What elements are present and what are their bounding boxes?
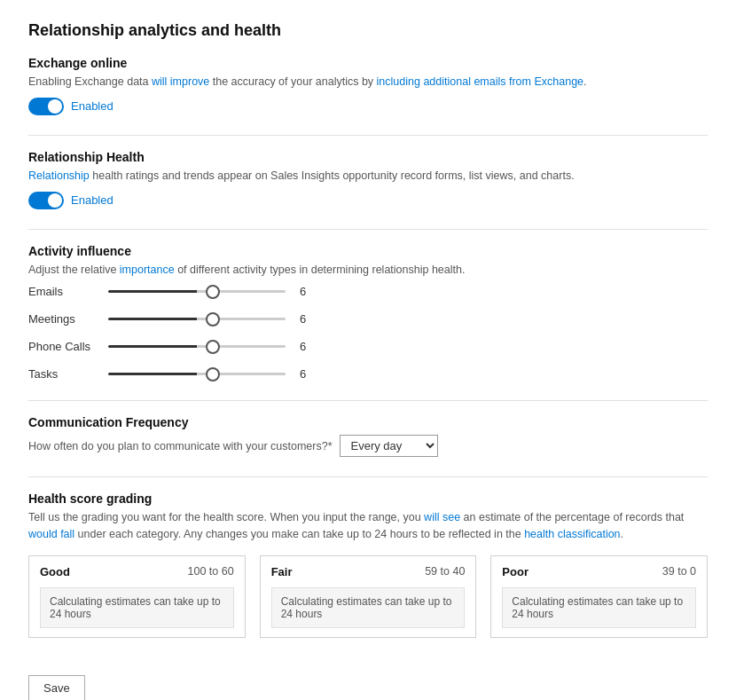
activity-influence-description: Adjust the relative importance of differ… [28, 262, 708, 279]
relationship-health-description: Relationship health ratings and trends a… [28, 168, 708, 185]
slider-label-phone-calls: Phone Calls [28, 340, 108, 353]
rh-desc-rest: health ratings and trends appear on Sale… [90, 169, 575, 182]
grade-card-fair: Fair 59 to 40 Calculating estimates can … [260, 555, 477, 638]
hsg-end: . [621, 528, 623, 540]
freq-row: How often do you plan to communicate wit… [28, 435, 708, 457]
hsg-desc-start: Tell us the grading you want for the hea… [28, 511, 424, 523]
desc-mid: the accuracy of your analytics by [209, 75, 376, 88]
divider-4 [28, 476, 708, 477]
slider-label-tasks: Tasks [28, 367, 108, 381]
relationship-health-toggle-row: Enabled [28, 192, 708, 209]
exchange-online-heading: Exchange online [28, 56, 708, 70]
grade-range-fair: 59 to 40 [425, 565, 465, 578]
desc-plain: Enabling Exchange data [28, 75, 152, 88]
ai-desc-start: Adjust the relative [28, 263, 120, 276]
exchange-online-section: Exchange online Enabling Exchange data w… [28, 56, 708, 115]
exchange-online-toggle[interactable] [28, 98, 64, 115]
exchange-online-toggle-label: Enabled [71, 99, 114, 113]
slider-value-emails: 6 [300, 285, 314, 298]
communication-frequency-heading: Communication Frequency [28, 415, 708, 429]
slider-phone-calls[interactable] [108, 345, 286, 348]
grade-title-good: Good [40, 565, 70, 578]
activity-influence-section: Activity influence Adjust the relative i… [28, 244, 708, 381]
desc-link1: will improve [152, 75, 209, 88]
divider-2 [28, 229, 708, 230]
ai-desc-link: importance [120, 263, 175, 276]
grade-card-header-fair: Fair 59 to 40 [271, 565, 466, 578]
slider-label-emails: Emails [28, 285, 108, 298]
slider-value-meetings: 6 [300, 312, 314, 326]
slider-meetings[interactable] [108, 318, 286, 320]
grade-range-good: 100 to 60 [188, 565, 234, 578]
divider-3 [28, 400, 708, 401]
hsg-mid1: an estimate of the percentage of records… [460, 511, 684, 523]
toggle-thumb-2 [48, 193, 62, 208]
grade-cards: Good 100 to 60 Calculating estimates can… [28, 555, 708, 638]
grade-card-good: Good 100 to 60 Calculating estimates can… [28, 555, 246, 638]
activity-influence-heading: Activity influence [28, 244, 708, 258]
grade-estimate-fair: Calculating estimates can take up to 24 … [271, 587, 466, 628]
divider-1 [28, 135, 708, 136]
grade-title-fair: Fair [271, 565, 293, 578]
health-score-description: Tell us the grading you want for the hea… [28, 509, 708, 543]
slider-label-meetings: Meetings [28, 312, 108, 326]
hsg-link2: would fall [28, 528, 74, 540]
desc-link2: including additional emails from Exchang… [377, 75, 583, 88]
page-title: Relationship analytics and health [28, 21, 708, 40]
health-score-heading: Health score grading [28, 492, 708, 506]
grade-estimate-poor: Calculating estimates can take up to 24 … [502, 587, 696, 628]
slider-value-phone-calls: 6 [300, 340, 314, 353]
slider-row-phone-calls: Phone Calls 6 [28, 340, 708, 353]
rh-desc-link: Relationship [28, 169, 90, 182]
grade-title-poor: Poor [502, 565, 529, 578]
grade-card-header-poor: Poor 39 to 0 [502, 565, 696, 578]
freq-select[interactable]: Every day Every week Every month [340, 435, 438, 457]
hsg-link1: will see [424, 511, 460, 523]
slider-row-tasks: Tasks 6 [28, 367, 708, 381]
relationship-health-toggle[interactable] [28, 192, 64, 209]
grade-card-poor: Poor 39 to 0 Calculating estimates can t… [490, 555, 708, 638]
relationship-health-toggle-label: Enabled [71, 193, 114, 207]
communication-frequency-section: Communication Frequency How often do you… [28, 415, 708, 457]
slider-section: Emails 6 Meetings 6 Phone Calls 6 Tasks … [28, 285, 708, 381]
grade-estimate-good: Calculating estimates can take up to 24 … [40, 587, 234, 628]
save-button[interactable]: Save [28, 675, 85, 700]
exchange-online-description: Enabling Exchange data will improve the … [28, 74, 708, 90]
desc-end: . [583, 75, 586, 88]
relationship-health-section: Relationship Health Relationship health … [28, 150, 708, 209]
toggle-thumb [48, 99, 62, 114]
slider-value-tasks: 6 [300, 367, 314, 381]
ai-desc-rest: of different activity types in determini… [175, 263, 466, 276]
slider-row-meetings: Meetings 6 [28, 312, 708, 326]
grade-card-header-good: Good 100 to 60 [40, 565, 234, 578]
exchange-online-toggle-row: Enabled [28, 98, 708, 115]
slider-row-emails: Emails 6 [28, 285, 708, 298]
slider-emails[interactable] [108, 290, 286, 293]
slider-tasks[interactable] [108, 373, 286, 375]
grade-range-poor: 39 to 0 [662, 565, 696, 578]
hsg-mid2: under each category. Any changes you mak… [74, 528, 524, 540]
relationship-health-heading: Relationship Health [28, 150, 708, 164]
freq-description: How often do you plan to communicate wit… [28, 440, 333, 452]
health-score-grading-section: Health score grading Tell us the grading… [28, 492, 708, 638]
hsg-link3: health classification [524, 528, 620, 540]
